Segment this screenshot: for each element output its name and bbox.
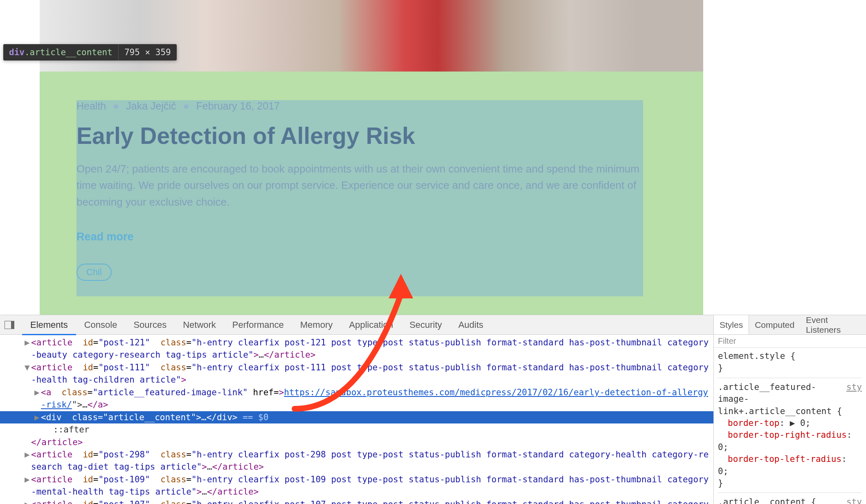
devtools-tab-sources[interactable]: Sources	[125, 315, 175, 335]
element-inspect-tooltip: div.article__content 795 × 359	[3, 44, 177, 60]
dom-node-line[interactable]: </article>	[0, 436, 713, 448]
dom-node-line[interactable]: ▶<a class="article__featured-image-link"…	[0, 386, 713, 411]
article-featured-image[interactable]	[40, 0, 703, 72]
devtools-tab-performance[interactable]: Performance	[224, 315, 292, 335]
devtools-main: ElementsConsoleSourcesNetworkPerformance…	[0, 315, 713, 504]
tooltip-tag: div	[9, 47, 25, 57]
svg-rect-1	[11, 321, 14, 329]
inspect-highlight-overlay	[76, 100, 643, 296]
dom-node-line[interactable]: ▶<article id="post-298" class="h-entry c…	[0, 448, 713, 473]
article-content-padding: Health ● Jaka Jejčič ● February 16, 2017…	[40, 72, 703, 315]
tooltip-selector: div.article__content	[3, 44, 118, 60]
dom-tree-view[interactable]: ▶<article id="post-121" class="h-entry c…	[0, 335, 713, 504]
dom-node-line[interactable]: ▶<article id="post-107" class="h-entry c…	[0, 498, 713, 504]
dom-node-line[interactable]: ::after	[0, 423, 713, 436]
devtools-tab-elements[interactable]: Elements	[22, 315, 76, 335]
devtools-tab-application[interactable]: Application	[341, 315, 401, 335]
devtools-tab-console[interactable]: Console	[76, 315, 126, 335]
devtools-tab-audits[interactable]: Audits	[450, 315, 491, 335]
dom-node-line[interactable]: ▶<article id="post-109" class="h-entry c…	[0, 473, 713, 498]
devtools-sidebar: StylesComputedEvent Listeners Filter ele…	[713, 315, 866, 504]
devtools-tab-security[interactable]: Security	[401, 315, 450, 335]
styles-pane[interactable]: element.style {}sty.article__featured-im…	[714, 348, 866, 504]
devtools-tab-network[interactable]: Network	[175, 315, 224, 335]
sidebar-tab-event-listeners[interactable]: Event Listeners	[800, 315, 866, 334]
dom-node-line[interactable]: ▶<div class="article__content">…</div> =…	[0, 411, 713, 423]
sidebar-tab-styles[interactable]: Styles	[714, 315, 749, 334]
devtools-tab-memory[interactable]: Memory	[292, 315, 341, 335]
devtools-panel: ElementsConsoleSourcesNetworkPerformance…	[0, 315, 866, 504]
devtools-tabbar: ElementsConsoleSourcesNetworkPerformance…	[0, 315, 713, 335]
dock-side-icon[interactable]	[2, 318, 16, 332]
tooltip-dimensions: 795 × 359	[118, 44, 177, 60]
styles-filter-input[interactable]: Filter	[714, 335, 866, 348]
tooltip-class: .article__content	[25, 47, 112, 57]
rendered-page-area: div.article__content 795 × 359 Health ● …	[0, 0, 866, 315]
sidebar-tabbar: StylesComputedEvent Listeners	[714, 315, 866, 335]
sidebar-tab-computed[interactable]: Computed	[749, 315, 800, 334]
dom-node-line[interactable]: ▶<article id="post-121" class="h-entry c…	[0, 336, 713, 361]
dom-node-line[interactable]: ▼<article id="post-111" class="h-entry c…	[0, 361, 713, 386]
